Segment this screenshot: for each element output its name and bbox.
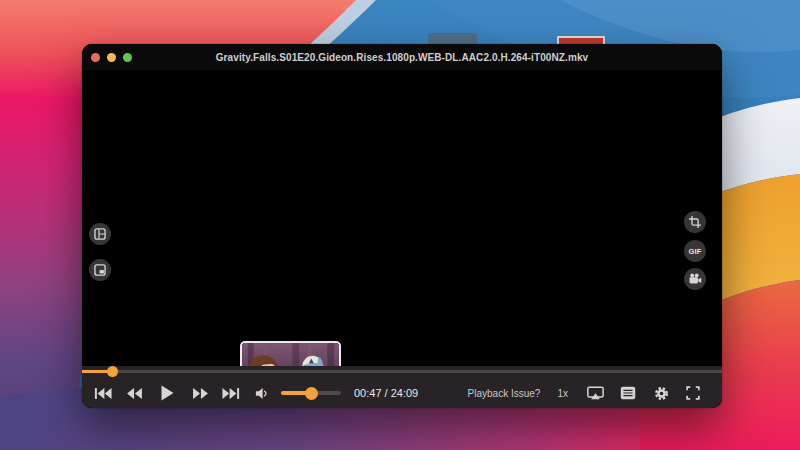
time-display: 00:47 / 24:09 <box>354 387 418 399</box>
crop-button[interactable] <box>684 211 706 233</box>
settings-button[interactable] <box>651 383 671 403</box>
volume-slider[interactable] <box>281 391 341 395</box>
playlist-button[interactable] <box>618 383 638 403</box>
volume-button[interactable] <box>253 383 273 403</box>
volume-icon <box>255 387 271 400</box>
window-title: Gravity.Falls.S01E20.Gideon.Rises.1080p.… <box>82 52 722 63</box>
split-view-icon <box>94 228 106 240</box>
skip-back-button[interactable] <box>93 383 113 403</box>
video-area[interactable]: GIF <box>82 70 722 408</box>
playlist-icon <box>620 386 636 400</box>
picture-in-picture-icon <box>94 264 106 276</box>
controls-row: 00:47 / 24:09 Playback Issue? 1x <box>82 378 722 408</box>
player-window: Gravity.Falls.S01E20.Gideon.Rises.1080p.… <box>82 44 722 408</box>
secondary-controls: Playback Issue? 1x <box>468 383 722 403</box>
minimize-button[interactable] <box>107 53 116 62</box>
pip-button[interactable] <box>89 259 111 281</box>
split-view-button[interactable] <box>89 223 111 245</box>
transport-controls: 00:47 / 24:09 <box>82 383 418 403</box>
progress-knob[interactable] <box>107 366 118 377</box>
skip-forward-icon <box>222 387 240 400</box>
play-icon <box>161 385 174 401</box>
skip-back-icon <box>94 387 112 400</box>
rewind-icon <box>126 387 143 400</box>
crop-icon <box>689 216 701 228</box>
titlebar[interactable]: Gravity.Falls.S01E20.Gideon.Rises.1080p.… <box>82 44 722 70</box>
fullscreen-icon <box>686 386 700 400</box>
screen-mirroring-icon <box>587 386 604 400</box>
speed-button[interactable]: 1x <box>557 388 568 399</box>
gif-button-label: GIF <box>688 247 701 256</box>
rewind-button[interactable] <box>124 383 144 403</box>
fullscreen-button[interactable] <box>683 383 703 403</box>
fast-forward-button[interactable] <box>190 383 210 403</box>
record-video-button[interactable] <box>684 268 706 290</box>
playback-issue-link[interactable]: Playback Issue? <box>468 388 541 399</box>
zoom-button[interactable] <box>123 53 132 62</box>
screen-mirroring-button[interactable] <box>585 383 605 403</box>
video-camera-icon <box>688 273 702 285</box>
progress-bar[interactable] <box>82 370 722 373</box>
fast-forward-icon <box>192 387 209 400</box>
control-bar: 00:47 / 24:09 Playback Issue? 1x <box>82 366 722 408</box>
play-button[interactable] <box>155 383 179 403</box>
gear-icon <box>654 386 669 401</box>
traffic-lights <box>82 53 132 62</box>
close-button[interactable] <box>91 53 100 62</box>
volume-knob[interactable] <box>305 387 318 400</box>
gif-button[interactable]: GIF <box>684 240 706 262</box>
skip-forward-button[interactable] <box>221 383 241 403</box>
desktop: Gravity.Falls.S01E20.Gideon.Rises.1080p.… <box>0 0 800 450</box>
